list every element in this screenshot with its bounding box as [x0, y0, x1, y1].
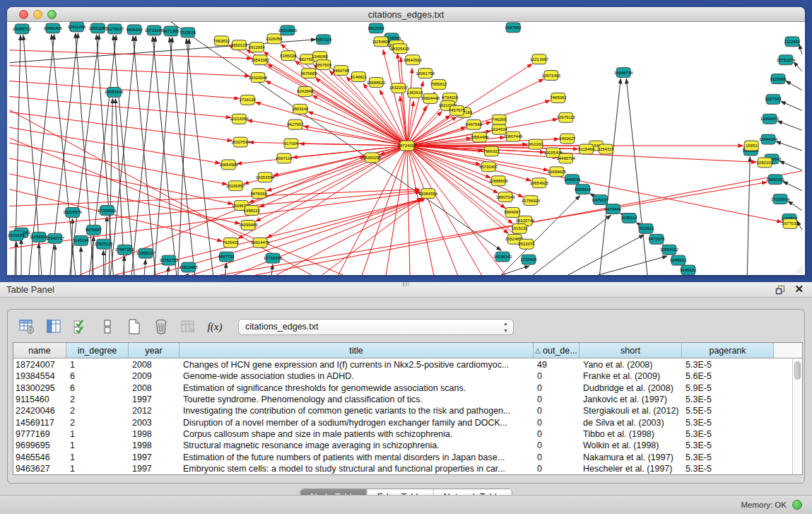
splitter-grip[interactable]	[403, 282, 409, 286]
cell-in_degree[interactable]: 6	[66, 371, 129, 381]
cell-in_degree[interactable]: 6	[66, 383, 129, 393]
column-header-out_de[interactable]: △out_de...	[534, 343, 579, 358]
column-header-name[interactable]: name	[13, 343, 66, 358]
cell-short[interactable]: Nakamura et al. (1997)	[579, 452, 682, 462]
cell-pagerank[interactable]: 5.9E-5	[682, 383, 774, 393]
cell-pagerank[interactable]: 5.3E-5	[682, 418, 774, 428]
cell-year[interactable]: 2008	[129, 360, 180, 370]
cell-out_de[interactable]: 0	[534, 371, 579, 381]
cell-pagerank[interactable]: 5.3E-5	[682, 464, 774, 474]
table-row[interactable]: 946554611997Estimation of the future num…	[13, 451, 792, 462]
cell-name[interactable]: 19384554	[13, 371, 66, 381]
table-row[interactable]: 2242004622012Investigating the contribut…	[13, 405, 792, 416]
table-select-dropdown[interactable]: citations_edges.txt ▲▼	[238, 319, 514, 335]
network-window-titlebar[interactable]: citations_edges.txt	[7, 7, 805, 22]
table-row[interactable]: 946362711997Embryonic stem cells: a mode…	[13, 463, 792, 474]
cell-short[interactable]: Stergiakouli et al. (2012)	[579, 406, 682, 416]
cell-name[interactable]: 9465546	[13, 452, 66, 462]
canvas-resize-grip[interactable]	[794, 264, 804, 274]
cell-out_de[interactable]: 0	[534, 429, 579, 439]
column-header-year[interactable]: year	[129, 343, 180, 358]
cell-short[interactable]: de Silva et al. (2003)	[579, 418, 682, 428]
delete-table-icon[interactable]	[152, 317, 170, 336]
cell-out_de[interactable]: 0	[534, 418, 579, 428]
cell-title[interactable]: Tourette syndrome. Phenomenology and cla…	[180, 395, 534, 404]
table-row[interactable]: 911546021997Tourette syndrome. Phenomeno…	[13, 394, 792, 405]
cell-pagerank[interactable]: 5.5E-5	[682, 406, 774, 416]
cell-in_degree[interactable]: 1	[66, 360, 129, 370]
cell-title[interactable]: Estimation of the future numbers of pati…	[180, 452, 534, 462]
cell-in_degree[interactable]: 2	[66, 418, 129, 428]
cell-year[interactable]: 1997	[129, 395, 180, 404]
cell-name[interactable]: 9463627	[13, 464, 66, 474]
cell-in_degree[interactable]: 1	[66, 452, 129, 462]
cell-pagerank[interactable]: 5.3E-5	[682, 360, 774, 370]
cell-name[interactable]: 9699695	[13, 440, 66, 450]
cell-name[interactable]: 9115460	[13, 395, 66, 404]
cell-pagerank[interactable]: 5.6E-5	[682, 371, 774, 381]
cell-year[interactable]: 2008	[129, 383, 180, 393]
table-row[interactable]: 969969511998Structural magnetic resonanc…	[13, 440, 792, 451]
cell-in_degree[interactable]: 2	[66, 395, 129, 404]
table-row[interactable]: 977716911998Corpus callosum shape and si…	[13, 428, 792, 440]
table-row[interactable]: 1938455462009Genome-wide association stu…	[13, 370, 792, 382]
close-panel-icon[interactable]: ✕	[794, 283, 804, 296]
column-header-pagerank[interactable]: pagerank	[682, 343, 774, 358]
cell-year[interactable]: 1997	[129, 464, 180, 474]
cell-short[interactable]: Wolkin et al. (1998)	[579, 440, 682, 450]
cell-out_de[interactable]: 0	[534, 440, 579, 450]
cell-short[interactable]: Dudbridge et al. (2008)	[579, 383, 682, 393]
cell-year[interactable]: 2012	[129, 406, 180, 416]
cell-title[interactable]: Changes of HCN gene expression and I(f) …	[180, 360, 534, 370]
cell-year[interactable]: 1997	[129, 452, 180, 462]
cell-short[interactable]: Yano et al. (2008)	[579, 360, 682, 370]
table-row[interactable]: 1830029562008Estimation of significance …	[13, 382, 792, 394]
memory-indicator-icon[interactable]	[792, 500, 802, 510]
cell-year[interactable]: 1998	[129, 440, 180, 450]
cell-pagerank[interactable]: 5.3E-5	[682, 440, 774, 450]
cell-title[interactable]: Embryonic stem cells: a model to study s…	[180, 464, 534, 474]
cell-out_de[interactable]: 0	[534, 452, 579, 462]
function-builder-icon[interactable]: f(x)	[206, 317, 224, 336]
cell-in_degree[interactable]: 2	[66, 406, 129, 416]
cell-out_de[interactable]: 0	[534, 406, 579, 416]
table-row[interactable]: 1456911722003Disruption of a novel membe…	[13, 416, 792, 428]
cell-title[interactable]: Genome-wide association studies in ADHD.	[180, 371, 534, 381]
cell-out_de[interactable]: 0	[534, 464, 579, 474]
cell-out_de[interactable]: 49	[534, 360, 579, 370]
cell-year[interactable]: 2003	[129, 418, 180, 428]
cell-short[interactable]: Jankovic et al. (1997)	[579, 395, 682, 404]
cell-in_degree[interactable]: 1	[66, 440, 129, 450]
new-table-icon[interactable]	[125, 317, 143, 336]
cell-name[interactable]: 18300295	[13, 383, 66, 393]
column-header-in_degree[interactable]: in_degree	[66, 343, 129, 358]
select-rows-icon[interactable]	[71, 317, 90, 336]
cell-in_degree[interactable]: 1	[66, 429, 129, 439]
cell-year[interactable]: 2009	[129, 371, 180, 381]
column-header-title[interactable]: title	[180, 343, 534, 358]
table-settings-icon[interactable]	[18, 317, 36, 336]
cell-title[interactable]: Investigating the contribution of common…	[180, 406, 534, 416]
cell-name[interactable]: 22420046	[13, 406, 66, 416]
cell-name[interactable]: 9777169	[13, 429, 66, 439]
row-height-icon[interactable]	[98, 317, 117, 336]
cell-pagerank[interactable]: 5.3E-5	[682, 395, 774, 404]
table-row[interactable]: 1872400712008Changes of HCN gene express…	[13, 359, 792, 370]
cell-pagerank[interactable]: 5.3E-5	[682, 429, 774, 439]
cell-name[interactable]: 14569117	[13, 418, 66, 428]
cell-title[interactable]: Disruption of a novel member of a sodium…	[180, 418, 534, 428]
cell-short[interactable]: Hescheler et al. (1997)	[579, 464, 682, 474]
cell-year[interactable]: 1998	[129, 429, 180, 439]
vertical-scrollbar[interactable]	[792, 359, 802, 474]
cell-short[interactable]: Tibbo et al. (1998)	[579, 429, 682, 439]
scrollbar-thumb[interactable]	[794, 361, 801, 380]
cell-out_de[interactable]: 0	[534, 383, 579, 393]
cell-title[interactable]: Estimation of significance thresholds fo…	[180, 383, 534, 393]
column-header-short[interactable]: short	[579, 343, 682, 358]
float-panel-icon[interactable]	[775, 285, 785, 295]
cell-out_de[interactable]: 0	[534, 395, 579, 404]
cell-title[interactable]: Corpus callosum shape and size in male p…	[180, 429, 534, 439]
show-columns-icon[interactable]	[45, 317, 63, 336]
cell-name[interactable]: 18724007	[13, 360, 66, 370]
cell-pagerank[interactable]: 5.3E-5	[682, 452, 774, 462]
